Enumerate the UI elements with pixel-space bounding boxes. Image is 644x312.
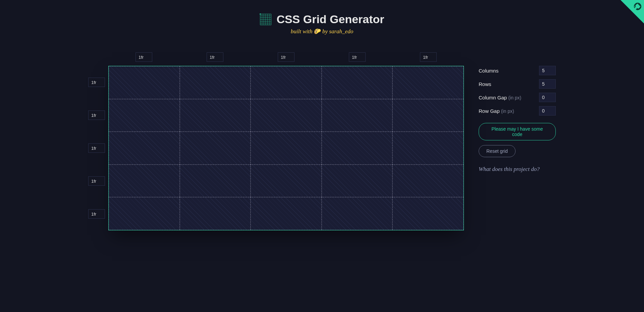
grid-cell[interactable] [180,66,251,99]
grid-cell[interactable] [251,99,322,132]
grid-cell[interactable] [322,132,393,165]
grid-cell[interactable] [109,197,180,230]
column-unit-input[interactable] [207,52,223,62]
grid-logo-icon [260,13,272,26]
grid-cell[interactable] [180,132,251,165]
grid-cell[interactable] [251,197,322,230]
grid-cell[interactable] [109,165,180,197]
column-gap-input[interactable] [539,93,556,102]
grid-cell[interactable] [180,197,251,230]
grid-cell[interactable] [109,66,180,99]
grid-canvas[interactable] [108,66,464,230]
grid-cell[interactable] [180,165,251,197]
grid-cell[interactable] [109,99,180,132]
about-link[interactable]: What does this project do? [479,166,556,173]
generate-code-button[interactable]: Please may I have some code [479,123,556,140]
grid-cell[interactable] [322,66,393,99]
grid-editor [88,52,464,230]
reset-button[interactable]: Reset grid [479,145,516,157]
grid-cell[interactable] [392,132,464,165]
page-title: CSS Grid Generator [276,13,384,26]
grid-cell[interactable] [251,132,322,165]
svg-point-11 [260,13,261,15]
grid-cell[interactable] [109,132,180,165]
row-unit-input[interactable] [88,176,105,186]
grid-cell[interactable] [251,66,322,99]
page-header: CSS Grid Generator built with 🌮 by sarah… [0,0,644,35]
columns-label: Columns [479,68,498,74]
column-gap-label: Column Gap (in px) [479,95,521,100]
grid-cell[interactable] [392,197,464,230]
row-unit-input[interactable] [88,209,105,219]
controls-panel: Columns Rows Column Gap (in px) Row Gap … [479,52,556,173]
column-unit-input[interactable] [278,52,294,62]
grid-cell[interactable] [322,99,393,132]
github-icon [632,1,643,11]
grid-cell[interactable] [251,165,322,197]
row-unit-input[interactable] [88,78,105,87]
row-unit-input[interactable] [88,143,105,153]
row-unit-input[interactable] [88,110,105,120]
row-gap-input[interactable] [539,106,556,116]
rows-label: Rows [479,81,491,87]
grid-cell[interactable] [392,165,464,197]
github-corner[interactable] [621,0,644,24]
column-unit-input[interactable] [136,52,152,62]
grid-cell[interactable] [322,197,393,230]
column-unit-input[interactable] [420,52,437,62]
taco-icon: 🌮 [314,28,321,35]
rows-input[interactable] [539,79,556,89]
row-gap-label: Row Gap (in px) [479,108,514,114]
grid-cell[interactable] [180,99,251,132]
grid-cell[interactable] [392,99,464,132]
columns-input[interactable] [539,66,556,75]
column-unit-input[interactable] [349,52,366,62]
grid-cell[interactable] [322,165,393,197]
grid-cell[interactable] [392,66,464,99]
subtitle: built with 🌮 by sarah_edo [0,28,644,35]
